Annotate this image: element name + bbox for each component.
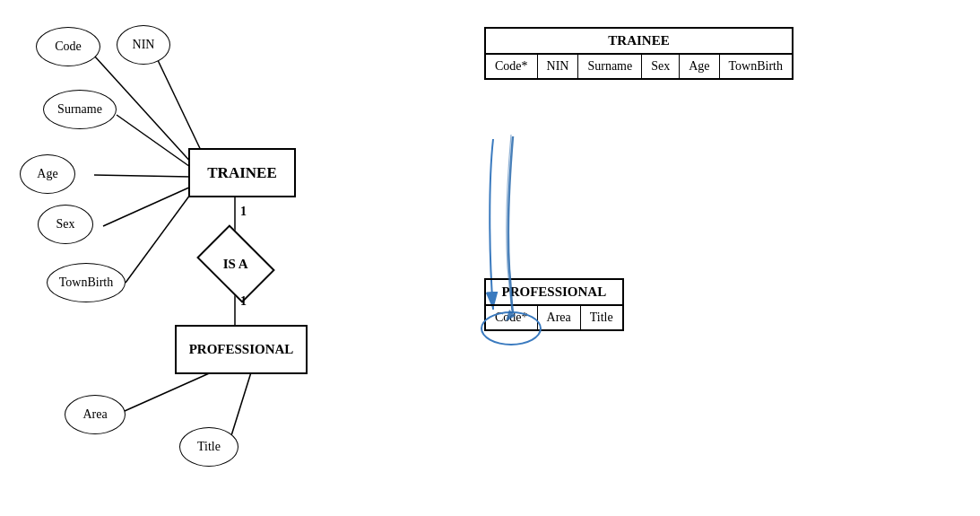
professional-table-title: PROFESSIONAL [485, 279, 623, 305]
table-section: TRAINEE Code* NIN Surname Sex Age TownBi… [412, 0, 980, 516]
trainee-col-nin: NIN [537, 54, 578, 79]
trainee-col-townbirth: TownBirth [719, 54, 793, 79]
svg-line-3 [94, 175, 191, 177]
attr-sex: Sex [38, 205, 93, 244]
attr-area: Area [65, 395, 126, 434]
trainee-col-sex: Sex [642, 54, 680, 79]
attr-age: Age [20, 154, 75, 194]
svg-line-8 [117, 371, 215, 415]
svg-line-1 [157, 58, 206, 162]
svg-line-4 [103, 187, 191, 226]
trainee-col-code: Code* [485, 54, 537, 79]
trainee-table: TRAINEE Code* NIN Surname Sex Age TownBi… [484, 27, 794, 80]
svg-line-5 [126, 191, 193, 283]
attr-nin: NIN [117, 25, 170, 65]
cardinality-bottom: 1 [240, 294, 247, 309]
professional-col-title: Title [580, 305, 622, 330]
attr-townbirth: TownBirth [47, 263, 126, 302]
entity-trainee: TRAINEE [188, 148, 296, 197]
professional-table: PROFESSIONAL Code* Area Title [484, 278, 624, 331]
professional-col-code: Code* [485, 305, 537, 330]
cardinality-top: 1 [240, 205, 247, 219]
er-diagram: Code NIN Surname Age Sex TownBirth TRAIN… [0, 0, 412, 516]
trainee-col-surname: Surname [578, 54, 642, 79]
relationship-isa: IS A [196, 224, 275, 303]
trainee-col-age: Age [680, 54, 719, 79]
attr-title: Title [179, 427, 238, 467]
svg-line-9 [229, 372, 251, 444]
professional-col-area: Area [537, 305, 580, 330]
attr-code: Code [36, 27, 100, 66]
svg-line-2 [117, 115, 193, 169]
trainee-table-title: TRAINEE [485, 28, 793, 54]
entity-professional: PROFESSIONAL [175, 325, 308, 374]
attr-surname: Surname [43, 90, 117, 129]
